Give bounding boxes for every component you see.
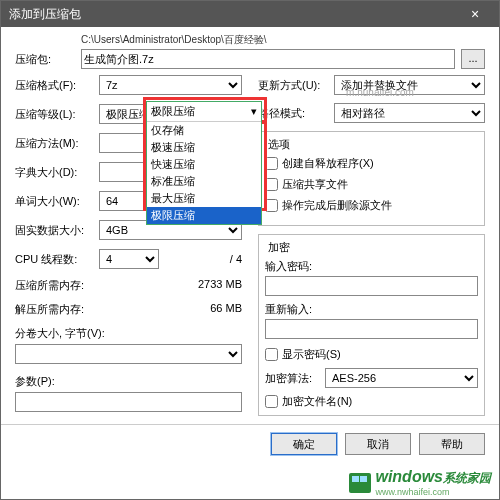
level-option[interactable]: 快速压缩	[147, 156, 261, 173]
archive-input[interactable]	[81, 49, 455, 69]
pw2-label: 重新输入:	[265, 302, 478, 317]
title-text: 添加到压缩包	[9, 1, 81, 27]
faint-watermark: m.nuhaifei.com	[275, 87, 485, 98]
windows-icon	[349, 473, 371, 493]
pathmode-select[interactable]: 相对路径	[334, 103, 485, 123]
encryption-title: 加密	[265, 240, 293, 255]
level-option[interactable]: 仅存储	[147, 122, 261, 139]
params-label: 参数(P):	[15, 374, 242, 389]
pw2-input[interactable]	[265, 319, 478, 339]
memd-value: 66 MB	[210, 302, 242, 317]
level-option[interactable]: 极限压缩	[147, 207, 261, 224]
threads-total: / 4	[230, 253, 242, 265]
level-dropdown-selected[interactable]: 极限压缩 ▾	[147, 102, 261, 122]
path-display: C:\Users\Administrator\Desktop\百度经验\	[15, 33, 485, 47]
button-bar: 确定 取消 帮助	[1, 424, 499, 463]
titlebar: 添加到压缩包 ×	[1, 1, 499, 27]
alg-select[interactable]: AES-256	[325, 368, 478, 388]
format-select[interactable]: 7z	[99, 75, 242, 95]
alg-label: 加密算法:	[265, 371, 325, 386]
cancel-button[interactable]: 取消	[345, 433, 411, 455]
archive-row: 压缩包: ...	[15, 49, 485, 69]
watermark-sub: 系统家园	[443, 471, 491, 485]
delete-checkbox[interactable]: 操作完成后删除源文件	[265, 198, 478, 213]
solid-label: 固实数据大小:	[15, 223, 99, 238]
pw1-input[interactable]	[265, 276, 478, 296]
archive-label: 压缩包:	[15, 52, 81, 67]
method-label: 压缩方法(M):	[15, 136, 99, 151]
level-option[interactable]: 标准压缩	[147, 173, 261, 190]
shared-checkbox[interactable]: 压缩共享文件	[265, 177, 478, 192]
level-option[interactable]: 极速压缩	[147, 139, 261, 156]
watermark-url: www.nwhaifei.com	[375, 487, 491, 497]
watermark-text: windows	[375, 468, 443, 485]
level-option[interactable]: 最大压缩	[147, 190, 261, 207]
split-label: 分卷大小, 字节(V):	[15, 326, 242, 341]
encnames-checkbox[interactable]: 加密文件名(N)	[265, 394, 478, 409]
memc-label: 压缩所需内存:	[15, 278, 84, 293]
chevron-down-icon: ▾	[251, 105, 257, 118]
help-button[interactable]: 帮助	[419, 433, 485, 455]
sfx-checkbox[interactable]: 创建自释放程序(X)	[265, 156, 478, 171]
right-col: 更新方式(U): 添加并替换文件 路径模式: 相对路径 选项 创建自释放程序(X…	[258, 75, 485, 424]
showpw-checkbox[interactable]: 显示密码(S)	[265, 347, 478, 362]
memc-value: 2733 MB	[198, 278, 242, 293]
params-input[interactable]	[15, 392, 242, 412]
level-label: 压缩等级(L):	[15, 107, 99, 122]
browse-button[interactable]: ...	[461, 49, 485, 69]
options-fieldset: 选项 创建自释放程序(X) 压缩共享文件 操作完成后删除源文件	[258, 131, 485, 226]
encryption-fieldset: 加密 输入密码: 重新输入: 显示密码(S) 加密算法: AES-256 加密文…	[258, 234, 485, 416]
dialog-window: 添加到压缩包 × C:\Users\Administrator\Desktop\…	[0, 0, 500, 500]
format-label: 压缩格式(F):	[15, 78, 99, 93]
options-title: 选项	[265, 137, 293, 152]
pw1-label: 输入密码:	[265, 259, 478, 274]
level-dropdown-open: 极限压缩 ▾ 仅存储 极速压缩 快速压缩 标准压缩 最大压缩 极限压缩	[146, 101, 262, 225]
level-options-list: 仅存储 极速压缩 快速压缩 标准压缩 最大压缩 极限压缩	[147, 122, 261, 224]
pathmode-label: 路径模式:	[258, 106, 334, 121]
watermark: windows系统家园 www.nwhaifei.com	[349, 468, 491, 497]
threads-label: CPU 线程数:	[15, 252, 99, 267]
word-label: 单词大小(W):	[15, 194, 99, 209]
close-icon[interactable]: ×	[459, 1, 491, 27]
split-select[interactable]	[15, 344, 242, 364]
threads-select[interactable]: 4	[99, 249, 159, 269]
memd-label: 解压所需内存:	[15, 302, 84, 317]
dict-label: 字典大小(D):	[15, 165, 99, 180]
ok-button[interactable]: 确定	[271, 433, 337, 455]
